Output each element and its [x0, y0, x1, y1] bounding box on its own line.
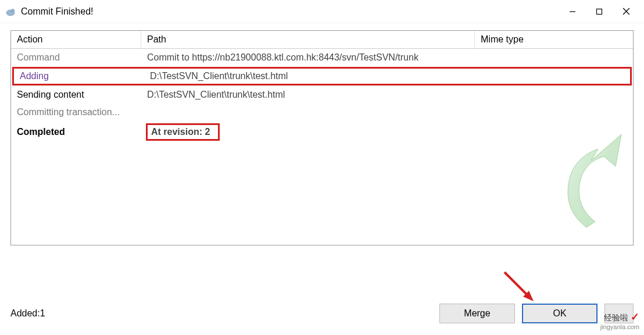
table-row[interactable]: Command Commit to https://nb21900088.ktl…	[11, 49, 633, 66]
checkmark-icon: ✓	[631, 311, 639, 323]
cell-path	[141, 110, 475, 115]
revision-box: At revision: 2	[146, 123, 220, 141]
content-area: Action Path Mime type Command Commit to …	[0, 23, 644, 245]
svg-marker-7	[523, 291, 534, 301]
cell-action: Sending content	[11, 87, 141, 102]
cell-path-highlighted: At revision: 2	[141, 121, 475, 143]
watermark: 经验啦 ✓ jingyanla.com	[600, 312, 639, 330]
column-header-action[interactable]: Action	[11, 31, 141, 48]
window-title: Commit Finished!	[21, 6, 559, 17]
merge-button[interactable]: Merge	[439, 304, 515, 323]
table-row[interactable]: Completed At revision: 2	[11, 121, 633, 143]
svg-line-6	[505, 272, 531, 298]
svg-rect-3	[597, 9, 602, 14]
watermark-brand: 经验啦	[604, 313, 628, 322]
column-header-mime[interactable]: Mime type	[475, 31, 633, 48]
close-button[interactable]	[613, 2, 639, 21]
cell-path: D:\TestSVN_Client\trunk\test.html	[144, 69, 478, 84]
cell-path: Commit to https://nb21900088.ktl.com.hk:…	[141, 50, 475, 65]
annotation-arrow-icon	[499, 266, 539, 307]
maximize-button[interactable]	[586, 2, 613, 21]
table-row-highlighted[interactable]: Adding D:\TestSVN_Client\trunk\test.html	[12, 67, 632, 85]
minimize-button[interactable]	[559, 2, 586, 21]
cell-mime	[478, 74, 630, 79]
table-row[interactable]: Sending content D:\TestSVN_Client\trunk\…	[11, 86, 633, 104]
cell-mime	[475, 55, 633, 60]
svg-point-1	[12, 9, 15, 12]
cell-action: Adding	[14, 69, 144, 84]
cell-action: Completed	[11, 124, 141, 140]
status-text: Added:1	[10, 308, 439, 319]
cell-path: D:\TestSVN_Client\trunk\test.html	[141, 87, 475, 102]
watermark-curved-arrow-icon	[546, 129, 627, 233]
cell-mime	[475, 110, 633, 115]
log-table: Action Path Mime type Command Commit to …	[10, 30, 634, 245]
table-row[interactable]: Committing transaction...	[11, 104, 633, 121]
cell-action: Committing transaction...	[11, 105, 141, 120]
cell-mime	[475, 92, 633, 97]
footer: Added:1 Merge OK	[10, 304, 634, 323]
table-header: Action Path Mime type	[11, 31, 633, 49]
cell-action: Command	[11, 50, 141, 65]
watermark-url: jingyanla.com	[600, 323, 639, 330]
column-header-path[interactable]: Path	[141, 31, 475, 48]
tortoisesvn-icon	[5, 6, 16, 17]
window-controls	[559, 2, 639, 21]
ok-button[interactable]: OK	[522, 304, 598, 323]
titlebar: Commit Finished!	[0, 0, 644, 23]
